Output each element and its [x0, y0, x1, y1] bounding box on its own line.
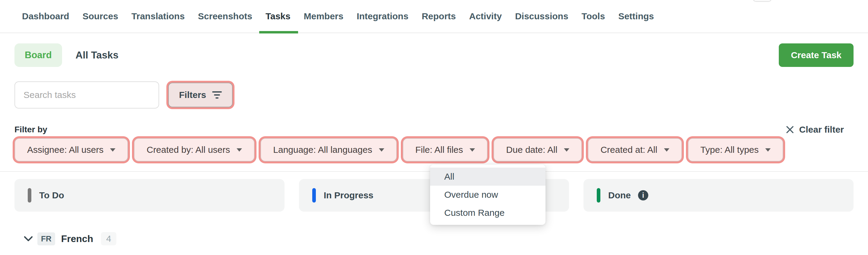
nav-item-integrations[interactable]: Integrations: [356, 0, 408, 33]
filters-button[interactable]: Filters: [168, 83, 233, 107]
column-todo: To Do: [14, 179, 284, 212]
filter-pills-row: Assignee: All users Created by: All user…: [14, 138, 854, 162]
nav-item-members[interactable]: Members: [304, 0, 344, 33]
in-progress-status-bar: [312, 188, 316, 202]
chevron-down-icon[interactable]: [24, 236, 33, 242]
nav-item-reports[interactable]: Reports: [422, 0, 456, 33]
column-done-label: Done: [608, 190, 631, 200]
nav-item-dashboard[interactable]: Dashboard: [22, 0, 69, 33]
language-name: French: [61, 233, 93, 245]
caret-down-icon: [110, 148, 116, 152]
nav-item-tasks-label: Tasks: [266, 11, 290, 22]
cut-off-top-element: [753, 0, 772, 2]
column-done: Done i: [584, 179, 854, 212]
search-row: Filters: [14, 82, 854, 108]
filter-pill-created-at[interactable]: Created at: All: [588, 138, 682, 162]
close-icon: [785, 125, 795, 134]
caret-down-icon: [765, 148, 771, 152]
column-in-progress-label: In Progress: [324, 190, 373, 200]
nav-item-screenshots[interactable]: Screenshots: [198, 0, 252, 33]
filter-pill-language[interactable]: Language: All languages: [260, 138, 397, 162]
filter-pill-file-label: File: All files: [415, 145, 463, 155]
due-date-option-custom-range[interactable]: Custom Range: [430, 204, 546, 222]
filter-pill-due-date-label: Due date: All: [506, 145, 557, 155]
language-task-count: 4: [101, 232, 116, 245]
filter-pill-type[interactable]: Type: All types: [688, 138, 783, 162]
caret-down-icon: [564, 148, 569, 152]
main-nav: Dashboard Sources Translations Screensho…: [0, 0, 868, 33]
due-date-dropdown-menu: All Overdue now Custom Range: [430, 165, 546, 225]
filter-pill-due-date[interactable]: Due date: All: [493, 138, 582, 162]
nav-item-sources[interactable]: Sources: [83, 0, 118, 33]
filter-pill-file[interactable]: File: All files: [403, 138, 488, 162]
nav-item-settings[interactable]: Settings: [618, 0, 654, 33]
caret-down-icon: [379, 148, 384, 152]
nav-item-discussions[interactable]: Discussions: [515, 0, 568, 33]
todo-status-bar: [28, 188, 31, 202]
filter-pill-created-by-label: Created by: All users: [147, 145, 230, 155]
done-status-bar: [597, 188, 600, 202]
due-date-option-overdue-now[interactable]: Overdue now: [430, 186, 546, 204]
filters-button-label: Filters: [179, 90, 206, 100]
nav-item-activity[interactable]: Activity: [469, 0, 502, 33]
active-tab-underline: [259, 31, 298, 33]
nav-item-tools[interactable]: Tools: [582, 0, 605, 33]
caret-down-icon: [237, 148, 242, 152]
toolbar: Board All Tasks Create Task: [14, 43, 854, 67]
column-todo-label: To Do: [39, 190, 64, 200]
due-date-option-all[interactable]: All: [430, 168, 546, 186]
clear-filter-label: Clear filter: [799, 125, 844, 135]
nav-item-tasks[interactable]: Tasks: [266, 0, 290, 33]
board-view-toggle[interactable]: Board: [14, 43, 62, 67]
filter-lines-icon: [212, 91, 222, 99]
language-group-row[interactable]: FR French 4: [24, 233, 868, 245]
filter-pill-created-by[interactable]: Created by: All users: [134, 138, 255, 162]
clear-filter-button[interactable]: Clear filter: [785, 125, 844, 135]
filter-pill-assignee[interactable]: Assignee: All users: [14, 138, 128, 162]
filter-header: Filter by Clear filter: [14, 125, 854, 134]
filter-by-label: Filter by: [14, 125, 47, 134]
filter-pill-type-label: Type: All types: [701, 145, 758, 155]
page-title: All Tasks: [76, 50, 119, 61]
filter-pill-language-label: Language: All languages: [273, 145, 372, 155]
caret-down-icon: [664, 148, 670, 152]
filter-pill-assignee-label: Assignee: All users: [27, 145, 103, 155]
filter-pill-created-at-label: Created at: All: [600, 145, 657, 155]
create-task-button[interactable]: Create Task: [779, 43, 854, 67]
nav-item-translations[interactable]: Translations: [131, 0, 185, 33]
language-code-badge: FR: [37, 232, 55, 245]
caret-down-icon: [470, 148, 475, 152]
info-icon[interactable]: i: [638, 190, 648, 200]
search-input[interactable]: [14, 82, 159, 108]
